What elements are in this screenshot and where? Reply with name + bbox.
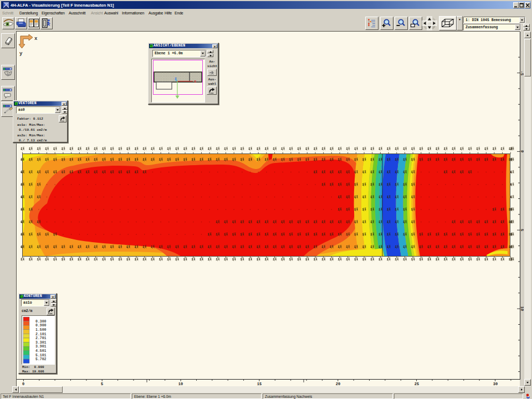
svg-text:-5: -5 (520, 71, 524, 75)
svg-text:y: y (19, 51, 23, 57)
svg-text:20: 20 (336, 382, 340, 386)
svg-text:0.300: 0.300 (35, 320, 47, 324)
svg-text:0: 0 (22, 382, 24, 386)
svg-text:3.301: 3.301 (35, 341, 47, 345)
svg-text:2.101: 2.101 (35, 332, 47, 336)
svg-text:2.701: 2.701 (35, 336, 47, 340)
svg-text:10: 10 (178, 382, 183, 386)
svg-text:5: 5 (101, 382, 103, 386)
svg-text:4.501: 4.501 (35, 349, 47, 353)
svg-text:5.702: 5.702 (35, 357, 47, 361)
svg-text:3.901: 3.901 (35, 345, 47, 349)
svg-text:0.900: 0.900 (35, 324, 47, 328)
svg-text:x: x (34, 36, 38, 42)
svg-text:1.500: 1.500 (35, 328, 47, 332)
svg-text:15: 15 (257, 382, 262, 386)
svg-text:25: 25 (415, 382, 419, 386)
svg-text:30: 30 (493, 382, 498, 386)
svg-text:5.101: 5.101 (35, 354, 47, 357)
svg-text:10: 10 (520, 306, 524, 311)
